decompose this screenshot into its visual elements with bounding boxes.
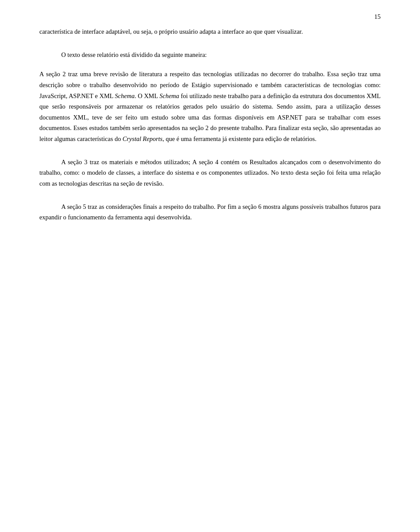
page-number: 15 [374,13,381,21]
paragraph-5: A seção 5 traz as considerações finais a… [39,201,381,223]
paragraph-4: A seção 3 traz os materiais e métodos ut… [39,157,381,189]
paragraph-2: O texto desse relatório está dividido da… [39,49,381,60]
page: 15 característica de interface adaptável… [0,0,420,532]
paragraph-3: A seção 2 traz uma breve revisão de lite… [39,69,381,144]
paragraph-1: característica de interface adaptável, o… [39,26,381,37]
